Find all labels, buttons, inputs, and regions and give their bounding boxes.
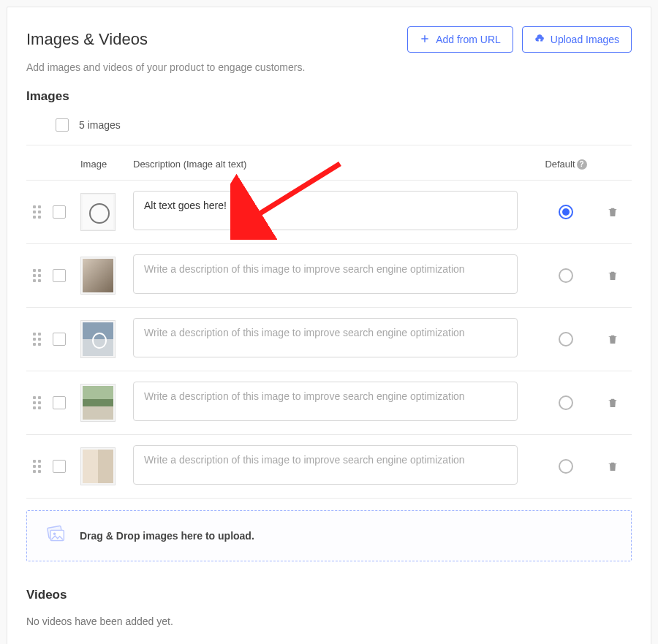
drag-handle-icon[interactable] [29,205,44,219]
alt-text-input[interactable] [133,445,518,485]
page-title: Images & Videos [26,30,148,49]
drag-handle-icon[interactable] [29,268,44,283]
default-radio[interactable] [559,332,573,346]
default-radio[interactable] [559,268,573,283]
videos-section: Videos No videos have been added yet. [26,588,632,627]
panel-header: Images & Videos Add from URL Upload Imag… [26,26,632,53]
image-thumbnail[interactable] [80,447,116,485]
svg-point-4 [53,533,56,536]
row-checkbox[interactable] [53,205,66,219]
image-thumbnail[interactable] [80,384,116,422]
upload-images-label: Upload Images [551,34,619,45]
drag-handle-icon[interactable] [29,332,44,346]
images-table: Image Description (Image alt text) Defau… [26,145,632,499]
videos-heading: Videos [26,588,632,602]
image-dropzone[interactable]: Drag & Drop images here to upload. [26,510,632,561]
add-from-url-label: Add from URL [436,34,501,45]
default-radio[interactable] [559,205,573,219]
default-radio[interactable] [559,395,573,410]
upload-images-button[interactable]: Upload Images [522,26,632,53]
cloud-upload-icon [534,34,545,45]
drag-handle-icon[interactable] [29,459,44,474]
select-all-row: 5 images [26,117,632,145]
table-row [26,371,632,435]
table-row [26,308,632,371]
col-description: Description (Image alt text) [133,159,538,170]
panel-subtext: Add images and videos of your product to… [26,61,632,73]
col-image: Image [80,159,124,170]
image-count: 5 images [79,119,121,131]
trash-icon[interactable] [607,396,619,409]
table-row [26,244,632,308]
table-row [26,181,632,244]
trash-icon[interactable] [607,460,619,473]
help-icon[interactable]: ? [577,159,587,170]
trash-icon[interactable] [607,205,619,219]
image-thumbnail[interactable] [80,257,116,295]
table-header: Image Description (Image alt text) Defau… [26,145,632,181]
row-checkbox[interactable] [53,460,66,473]
col-default: Default [545,159,575,170]
default-radio[interactable] [559,459,573,474]
select-all-checkbox[interactable] [56,118,69,132]
plus-icon [420,34,430,45]
image-thumbnail[interactable] [80,320,116,358]
drag-handle-icon[interactable] [29,395,44,410]
images-videos-panel: Images & Videos Add from URL Upload Imag… [7,7,651,644]
videos-empty-text: No videos have been added yet. [26,615,632,627]
row-checkbox[interactable] [53,269,66,282]
table-row [26,435,632,499]
alt-text-input[interactable] [133,254,518,294]
alt-text-input[interactable] [133,191,518,230]
row-checkbox[interactable] [53,396,66,409]
alt-text-input[interactable] [133,382,518,421]
dropzone-text: Drag & Drop images here to upload. [80,530,254,542]
header-actions: Add from URL Upload Images [407,26,632,53]
image-thumbnail[interactable] [80,193,116,231]
alt-text-input[interactable] [133,318,518,357]
trash-icon[interactable] [607,333,619,346]
row-checkbox[interactable] [53,333,66,346]
trash-icon[interactable] [607,269,619,282]
images-stack-icon [43,524,68,548]
images-heading: Images [26,89,632,104]
add-from-url-button[interactable]: Add from URL [407,26,513,53]
